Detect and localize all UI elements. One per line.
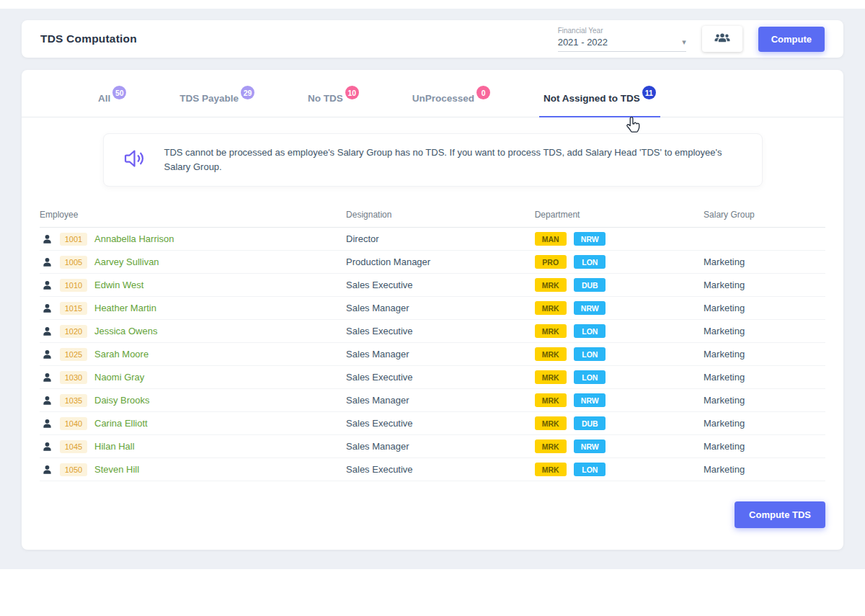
designation-cell: Sales Manager xyxy=(346,303,535,313)
salary-group-cell: Marketing xyxy=(704,418,825,429)
tab-no-tds-label: No TDS xyxy=(308,93,343,104)
table-row: 1020 Jessica Owens Sales Executive MRK L… xyxy=(40,320,825,343)
table-row: 1035 Daisy Brooks Sales Manager MRK NRW … xyxy=(40,389,825,412)
employee-name-link[interactable]: Naomi Gray xyxy=(94,372,144,383)
employee-name-link[interactable]: Steven Hill xyxy=(94,464,139,475)
tab-not-assigned-to-tds[interactable]: Not Assigned to TDS11 xyxy=(539,91,660,117)
department-cell: MAN NRW xyxy=(535,232,704,246)
salary-group-cell: Marketing xyxy=(704,349,825,360)
location-badge: NRW xyxy=(574,439,606,453)
employees-button[interactable] xyxy=(702,26,742,52)
employee-name-link[interactable]: Carina Elliott xyxy=(94,418,148,429)
location-badge: DUB xyxy=(574,416,606,430)
employee-avatar-icon xyxy=(42,441,53,452)
employee-id-badge: 1040 xyxy=(60,417,87,430)
employee-name-link[interactable]: Edwin West xyxy=(94,280,143,290)
table-row: 1001 Annabella Harrison Director MAN NRW xyxy=(40,228,825,251)
employee-id-badge: 1010 xyxy=(60,279,87,292)
financial-year-label: Financial Year xyxy=(558,27,686,35)
employee-avatar-icon xyxy=(42,280,53,291)
compute-button[interactable]: Compute xyxy=(758,27,825,52)
employee-id-badge: 1015 xyxy=(60,302,87,315)
employee-avatar-icon xyxy=(42,464,53,476)
employee-table-body: 1001 Annabella Harrison Director MAN NRW… xyxy=(40,228,825,481)
employee-id-badge: 1001 xyxy=(60,233,87,246)
designation-cell: Sales Executive xyxy=(346,280,535,290)
employee-avatar-icon xyxy=(42,326,53,337)
tab-no-tds[interactable]: No TDS10 xyxy=(303,91,363,117)
chevron-down-icon: ▾ xyxy=(682,37,686,47)
tab-all[interactable]: All50 xyxy=(94,91,130,117)
designation-cell: Sales Executive xyxy=(346,418,535,429)
employee-avatar-icon xyxy=(42,372,53,383)
main-card: All50 TDS Payable29 No TDS10 UnProcessed… xyxy=(22,70,843,550)
department-badge: MRK xyxy=(535,301,567,315)
column-header-department: Department xyxy=(535,210,704,220)
page-background: TDS Computation Financial Year 2021 - 20… xyxy=(0,9,865,569)
employee-avatar-icon xyxy=(42,349,53,360)
tab-unprocessed-label: UnProcessed xyxy=(412,93,474,104)
column-header-designation: Designation xyxy=(346,210,535,220)
department-badge: MRK xyxy=(535,463,567,476)
department-cell: MRK NRW xyxy=(535,393,704,407)
location-badge: LON xyxy=(574,347,606,361)
tab-not-assigned-count: 11 xyxy=(642,86,656,99)
employee-id-badge: 1020 xyxy=(60,325,87,338)
financial-year-select[interactable]: Financial Year 2021 - 2022 ▾ xyxy=(558,27,686,52)
tab-all-label: All xyxy=(98,93,110,104)
card-footer: Compute TDS xyxy=(22,481,843,528)
employee-name-link[interactable]: Daisy Brooks xyxy=(94,395,150,406)
table-row: 1050 Steven Hill Sales Executive MRK LON… xyxy=(40,458,825,481)
hand-cursor-icon xyxy=(624,116,640,138)
department-cell: MRK LON xyxy=(535,463,704,476)
people-icon xyxy=(714,32,730,45)
designation-cell: Sales Manager xyxy=(346,441,535,452)
compute-tds-button[interactable]: Compute TDS xyxy=(735,501,825,528)
employee-avatar-icon xyxy=(42,233,53,245)
department-cell: MRK LON xyxy=(535,347,704,361)
employee-name-link[interactable]: Annabella Harrison xyxy=(94,233,174,244)
department-badge: MRK xyxy=(535,278,567,292)
salary-group-cell: Marketing xyxy=(704,326,825,336)
employee-name-link[interactable]: Heather Martin xyxy=(94,303,156,313)
employee-name-link[interactable]: Aarvey Sullivan xyxy=(94,256,159,267)
location-badge: NRW xyxy=(574,301,606,315)
table-row: 1040 Carina Elliott Sales Executive MRK … xyxy=(40,412,825,435)
department-badge: MRK xyxy=(535,439,567,453)
department-badge: MAN xyxy=(535,232,567,246)
financial-year-value: 2021 - 2022 xyxy=(558,37,608,48)
designation-cell: Sales Manager xyxy=(346,395,535,406)
department-cell: MRK DUB xyxy=(535,278,704,292)
column-header-salary-group: Salary Group xyxy=(704,210,825,220)
salary-group-cell: Marketing xyxy=(704,303,825,313)
table-row: 1005 Aarvey Sullivan Production Manager … xyxy=(40,251,825,274)
tab-unprocessed[interactable]: UnProcessed0 xyxy=(408,91,494,117)
employee-name-link[interactable]: Hilan Hall xyxy=(94,441,135,452)
department-badge: MRK xyxy=(535,393,567,407)
location-badge: NRW xyxy=(574,232,606,246)
employee-id-badge: 1005 xyxy=(60,256,87,269)
location-badge: LON xyxy=(574,324,606,338)
department-cell: MRK LON xyxy=(535,370,704,384)
header-card: TDS Computation Financial Year 2021 - 20… xyxy=(22,20,843,58)
employee-id-badge: 1035 xyxy=(60,394,87,407)
department-badge: MRK xyxy=(535,347,567,361)
employee-name-link[interactable]: Sarah Moore xyxy=(94,349,148,360)
salary-group-cell: Marketing xyxy=(704,280,825,290)
salary-group-cell: Marketing xyxy=(704,441,825,452)
table-row: 1045 Hilan Hall Sales Manager MRK NRW Ma… xyxy=(40,435,825,458)
table-row: 1010 Edwin West Sales Executive MRK DUB … xyxy=(40,274,825,297)
employee-avatar-icon xyxy=(42,395,53,406)
location-badge: DUB xyxy=(574,278,606,292)
tab-tds-payable[interactable]: TDS Payable29 xyxy=(175,91,259,117)
department-badge: MRK xyxy=(535,324,567,338)
employee-id-badge: 1025 xyxy=(60,348,87,361)
employee-name-link[interactable]: Jessica Owens xyxy=(94,326,157,336)
employee-id-badge: 1045 xyxy=(60,440,87,453)
department-cell: MRK NRW xyxy=(535,439,704,453)
announcement-icon xyxy=(123,146,148,174)
table-row: 1015 Heather Martin Sales Manager MRK NR… xyxy=(40,297,825,320)
department-badge: PRO xyxy=(535,255,567,269)
alert-text: TDS cannot be processed as employee's Sa… xyxy=(164,146,734,174)
designation-cell: Director xyxy=(346,233,535,244)
